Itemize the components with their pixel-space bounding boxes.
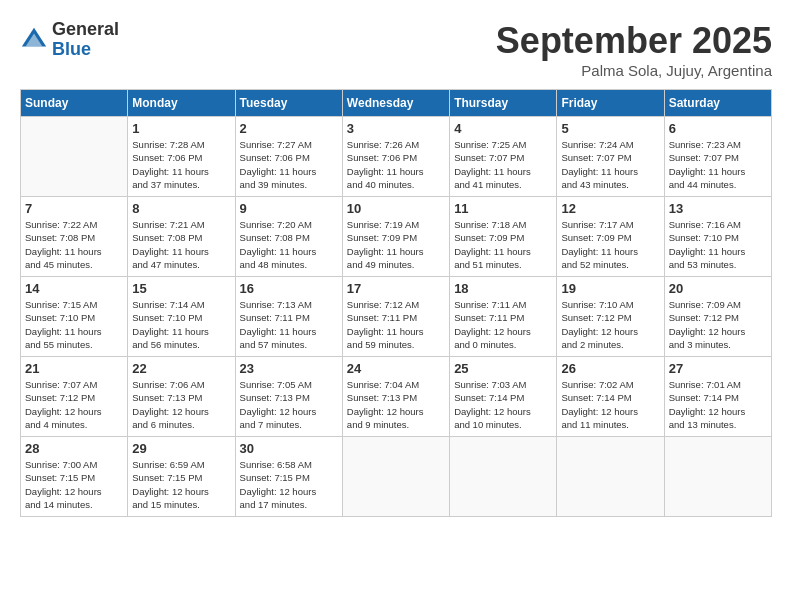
day-info: Sunrise: 7:23 AM Sunset: 7:07 PM Dayligh… [669, 138, 767, 191]
day-of-week-header: Thursday [450, 90, 557, 117]
calendar-week-row: 21Sunrise: 7:07 AM Sunset: 7:12 PM Dayli… [21, 357, 772, 437]
day-number: 26 [561, 361, 659, 376]
day-info: Sunrise: 7:06 AM Sunset: 7:13 PM Dayligh… [132, 378, 230, 431]
logo-text: General Blue [52, 20, 119, 60]
calendar-cell: 19Sunrise: 7:10 AM Sunset: 7:12 PM Dayli… [557, 277, 664, 357]
logo-icon [20, 26, 48, 54]
day-number: 23 [240, 361, 338, 376]
day-number: 18 [454, 281, 552, 296]
day-number: 19 [561, 281, 659, 296]
calendar-cell: 15Sunrise: 7:14 AM Sunset: 7:10 PM Dayli… [128, 277, 235, 357]
day-of-week-header: Saturday [664, 90, 771, 117]
day-number: 27 [669, 361, 767, 376]
day-info: Sunrise: 7:26 AM Sunset: 7:06 PM Dayligh… [347, 138, 445, 191]
calendar-cell: 26Sunrise: 7:02 AM Sunset: 7:14 PM Dayli… [557, 357, 664, 437]
day-info: Sunrise: 7:01 AM Sunset: 7:14 PM Dayligh… [669, 378, 767, 431]
calendar-cell [664, 437, 771, 517]
logo-blue: Blue [52, 40, 119, 60]
calendar-cell: 13Sunrise: 7:16 AM Sunset: 7:10 PM Dayli… [664, 197, 771, 277]
calendar-header-row: SundayMondayTuesdayWednesdayThursdayFrid… [21, 90, 772, 117]
calendar-cell: 23Sunrise: 7:05 AM Sunset: 7:13 PM Dayli… [235, 357, 342, 437]
calendar-week-row: 14Sunrise: 7:15 AM Sunset: 7:10 PM Dayli… [21, 277, 772, 357]
day-info: Sunrise: 7:02 AM Sunset: 7:14 PM Dayligh… [561, 378, 659, 431]
day-info: Sunrise: 7:10 AM Sunset: 7:12 PM Dayligh… [561, 298, 659, 351]
calendar-cell: 28Sunrise: 7:00 AM Sunset: 7:15 PM Dayli… [21, 437, 128, 517]
day-number: 28 [25, 441, 123, 456]
calendar-cell [557, 437, 664, 517]
calendar-cell: 4Sunrise: 7:25 AM Sunset: 7:07 PM Daylig… [450, 117, 557, 197]
day-info: Sunrise: 7:20 AM Sunset: 7:08 PM Dayligh… [240, 218, 338, 271]
day-info: Sunrise: 7:05 AM Sunset: 7:13 PM Dayligh… [240, 378, 338, 431]
day-info: Sunrise: 7:18 AM Sunset: 7:09 PM Dayligh… [454, 218, 552, 271]
day-info: Sunrise: 7:04 AM Sunset: 7:13 PM Dayligh… [347, 378, 445, 431]
day-info: Sunrise: 7:19 AM Sunset: 7:09 PM Dayligh… [347, 218, 445, 271]
calendar-cell: 22Sunrise: 7:06 AM Sunset: 7:13 PM Dayli… [128, 357, 235, 437]
day-info: Sunrise: 6:58 AM Sunset: 7:15 PM Dayligh… [240, 458, 338, 511]
calendar-cell: 6Sunrise: 7:23 AM Sunset: 7:07 PM Daylig… [664, 117, 771, 197]
day-number: 5 [561, 121, 659, 136]
day-info: Sunrise: 7:17 AM Sunset: 7:09 PM Dayligh… [561, 218, 659, 271]
calendar-cell: 1Sunrise: 7:28 AM Sunset: 7:06 PM Daylig… [128, 117, 235, 197]
day-of-week-header: Monday [128, 90, 235, 117]
day-number: 3 [347, 121, 445, 136]
calendar-cell: 27Sunrise: 7:01 AM Sunset: 7:14 PM Dayli… [664, 357, 771, 437]
day-number: 11 [454, 201, 552, 216]
calendar-cell: 17Sunrise: 7:12 AM Sunset: 7:11 PM Dayli… [342, 277, 449, 357]
day-info: Sunrise: 7:15 AM Sunset: 7:10 PM Dayligh… [25, 298, 123, 351]
day-number: 29 [132, 441, 230, 456]
day-of-week-header: Sunday [21, 90, 128, 117]
calendar-week-row: 1Sunrise: 7:28 AM Sunset: 7:06 PM Daylig… [21, 117, 772, 197]
day-info: Sunrise: 7:22 AM Sunset: 7:08 PM Dayligh… [25, 218, 123, 271]
day-info: Sunrise: 7:00 AM Sunset: 7:15 PM Dayligh… [25, 458, 123, 511]
calendar-cell: 5Sunrise: 7:24 AM Sunset: 7:07 PM Daylig… [557, 117, 664, 197]
day-number: 16 [240, 281, 338, 296]
calendar-cell: 2Sunrise: 7:27 AM Sunset: 7:06 PM Daylig… [235, 117, 342, 197]
calendar-cell: 7Sunrise: 7:22 AM Sunset: 7:08 PM Daylig… [21, 197, 128, 277]
title-block: September 2025 Palma Sola, Jujuy, Argent… [496, 20, 772, 79]
logo-general: General [52, 20, 119, 40]
day-of-week-header: Friday [557, 90, 664, 117]
day-info: Sunrise: 6:59 AM Sunset: 7:15 PM Dayligh… [132, 458, 230, 511]
day-number: 17 [347, 281, 445, 296]
day-number: 14 [25, 281, 123, 296]
day-info: Sunrise: 7:27 AM Sunset: 7:06 PM Dayligh… [240, 138, 338, 191]
calendar-cell: 18Sunrise: 7:11 AM Sunset: 7:11 PM Dayli… [450, 277, 557, 357]
month-title: September 2025 [496, 20, 772, 62]
location-subtitle: Palma Sola, Jujuy, Argentina [496, 62, 772, 79]
calendar-cell: 29Sunrise: 6:59 AM Sunset: 7:15 PM Dayli… [128, 437, 235, 517]
day-info: Sunrise: 7:14 AM Sunset: 7:10 PM Dayligh… [132, 298, 230, 351]
day-of-week-header: Tuesday [235, 90, 342, 117]
day-info: Sunrise: 7:12 AM Sunset: 7:11 PM Dayligh… [347, 298, 445, 351]
calendar-cell: 11Sunrise: 7:18 AM Sunset: 7:09 PM Dayli… [450, 197, 557, 277]
day-number: 2 [240, 121, 338, 136]
calendar-cell: 30Sunrise: 6:58 AM Sunset: 7:15 PM Dayli… [235, 437, 342, 517]
calendar-cell: 25Sunrise: 7:03 AM Sunset: 7:14 PM Dayli… [450, 357, 557, 437]
day-number: 25 [454, 361, 552, 376]
day-number: 22 [132, 361, 230, 376]
calendar-cell: 8Sunrise: 7:21 AM Sunset: 7:08 PM Daylig… [128, 197, 235, 277]
day-info: Sunrise: 7:16 AM Sunset: 7:10 PM Dayligh… [669, 218, 767, 271]
day-info: Sunrise: 7:09 AM Sunset: 7:12 PM Dayligh… [669, 298, 767, 351]
day-info: Sunrise: 7:21 AM Sunset: 7:08 PM Dayligh… [132, 218, 230, 271]
day-info: Sunrise: 7:07 AM Sunset: 7:12 PM Dayligh… [25, 378, 123, 431]
day-of-week-header: Wednesday [342, 90, 449, 117]
day-info: Sunrise: 7:28 AM Sunset: 7:06 PM Dayligh… [132, 138, 230, 191]
calendar-cell: 24Sunrise: 7:04 AM Sunset: 7:13 PM Dayli… [342, 357, 449, 437]
day-info: Sunrise: 7:03 AM Sunset: 7:14 PM Dayligh… [454, 378, 552, 431]
logo: General Blue [20, 20, 119, 60]
calendar-cell [342, 437, 449, 517]
day-info: Sunrise: 7:13 AM Sunset: 7:11 PM Dayligh… [240, 298, 338, 351]
calendar-cell: 9Sunrise: 7:20 AM Sunset: 7:08 PM Daylig… [235, 197, 342, 277]
calendar-cell: 21Sunrise: 7:07 AM Sunset: 7:12 PM Dayli… [21, 357, 128, 437]
page-header: General Blue September 2025 Palma Sola, … [20, 20, 772, 79]
day-info: Sunrise: 7:24 AM Sunset: 7:07 PM Dayligh… [561, 138, 659, 191]
day-number: 20 [669, 281, 767, 296]
calendar-cell: 20Sunrise: 7:09 AM Sunset: 7:12 PM Dayli… [664, 277, 771, 357]
day-number: 4 [454, 121, 552, 136]
calendar-week-row: 7Sunrise: 7:22 AM Sunset: 7:08 PM Daylig… [21, 197, 772, 277]
day-number: 13 [669, 201, 767, 216]
calendar-cell: 10Sunrise: 7:19 AM Sunset: 7:09 PM Dayli… [342, 197, 449, 277]
calendar-cell: 16Sunrise: 7:13 AM Sunset: 7:11 PM Dayli… [235, 277, 342, 357]
calendar-table: SundayMondayTuesdayWednesdayThursdayFrid… [20, 89, 772, 517]
day-number: 12 [561, 201, 659, 216]
